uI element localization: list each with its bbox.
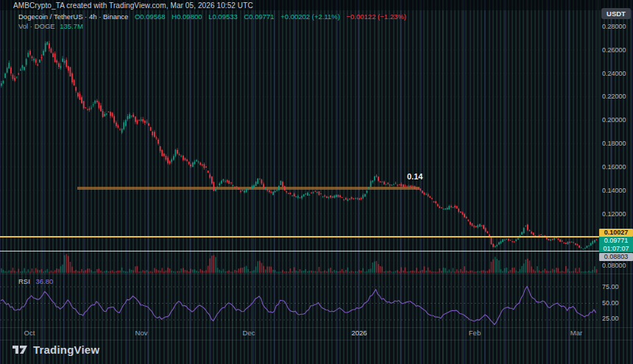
volume-value: 135.7M [60,22,83,30]
time-axis-label: Oct [24,329,35,337]
price-axis-label: 0.14000 [602,187,626,194]
price-axis-label: 0.16000 [602,163,626,171]
tradingview-chart-window: AMBCrypto_TA created with TradingView.co… [0,0,633,364]
tradingview-branding[interactable]: TradingView [12,343,99,356]
last-price-tag: 0.09771 01:07:07 [599,237,633,252]
ray-price-label: 0.14 [407,172,422,181]
price-axis-label: 0.18000 [602,140,626,147]
volume-label: Vol · DOGE [18,22,55,30]
white-level-price-tag: 0.08803 [599,253,633,261]
price-change-secondary: −0.00122 (−1.23%) [347,13,406,21]
ohlc-low: L0.09533 [208,13,238,21]
time-axis-label: Nov [135,329,148,337]
rsi-axis-label: 25.00 [602,315,619,322]
price-axis-label: 0.22000 [602,93,626,100]
tradingview-logo-icon [12,344,28,356]
rsi-axis-label: 50.00 [602,299,619,307]
bar-countdown: 01:07:07 [599,245,633,253]
white-level-line[interactable] [0,251,599,251]
price-chart-canvas[interactable] [0,0,633,364]
pane-divider-rsi-timeaxis [0,327,633,328]
volume-legend[interactable]: Vol · DOGE 135.7M [18,22,83,30]
rsi-value: 36.80 [35,277,53,285]
price-axis-label: 0.26000 [602,46,626,54]
time-axis-label: Feb [469,329,481,337]
price-axis-label: 0.28000 [602,23,626,30]
currency-toggle-button[interactable]: USDT [601,8,631,19]
price-change: +0.00202 (+2.11%) [280,13,340,21]
pane-divider-footer [0,340,633,340]
ohlc-high: H0.09800 [171,13,202,21]
price-axis-label: 0.08000 [602,262,626,269]
yellow-level-line[interactable] [0,236,599,238]
time-axis-label: Dec [243,329,255,337]
ohlc-close: C0.09771 [244,13,274,21]
attribution-text: AMBCrypto_TA created with TradingView.co… [13,1,253,10]
pane-divider-main-rsi[interactable] [0,274,633,274]
rsi-axis-label: 75.00 [602,283,619,290]
tradingview-logo-text: TradingView [33,343,99,356]
price-axis-label: 0.12000 [602,210,626,218]
rsi-legend[interactable]: RSI 36.80 [18,277,53,285]
ohlc-open: O0.09568 [135,13,166,21]
symbol-legend[interactable]: Dogecoin / TetherUS · 4h · Binance O0.09… [18,13,406,21]
time-axis-label-year: 2026 [351,329,367,337]
last-price-value: 0.09771 [599,237,633,245]
rsi-label: RSI [18,277,30,285]
time-axis-label: Mar [570,329,582,337]
price-axis-label: 0.24000 [602,70,626,77]
symbol-title[interactable]: Dogecoin / TetherUS · 4h · Binance [18,13,128,21]
price-axis-divider [598,0,598,340]
price-axis-label: 0.20000 [602,116,626,124]
yellow-level-price-tag: 0.10027 [599,229,633,237]
